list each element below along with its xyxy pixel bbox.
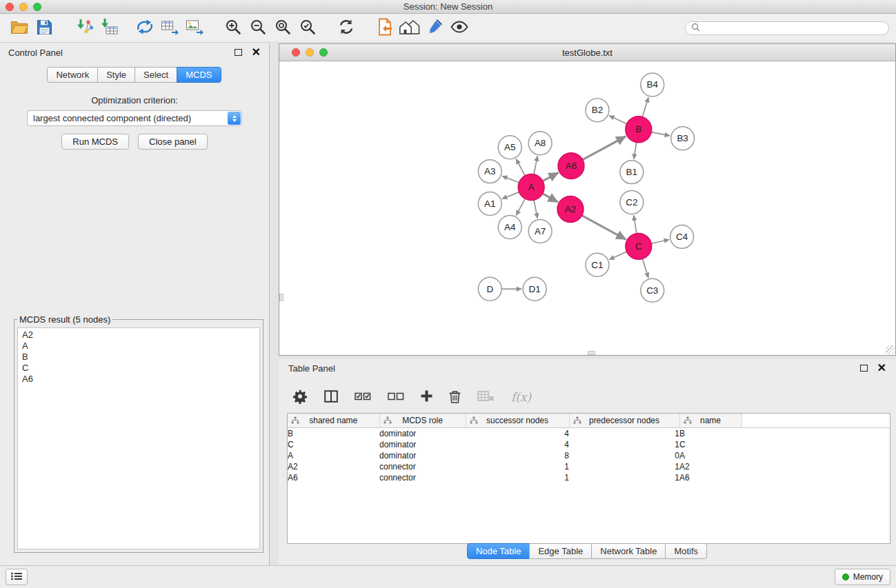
vertical-scroll-nub[interactable] [279, 294, 283, 301]
graph-edge-C-C2[interactable] [634, 215, 637, 233]
table-cell[interactable]: connector [379, 472, 466, 483]
table-cell[interactable]: B [679, 428, 741, 440]
result-item[interactable]: B [18, 352, 259, 363]
graph-edge-A-A6[interactable] [543, 173, 559, 181]
graph-node-B2[interactable]: B2 [586, 99, 609, 122]
tab-select[interactable]: Select [135, 67, 177, 83]
table-cell[interactable]: connector [379, 461, 466, 472]
show-columns-button[interactable] [324, 390, 338, 405]
zoom-fit-button[interactable] [270, 17, 295, 40]
graph-edge-A-A1[interactable] [502, 192, 519, 199]
minimize-window-icon[interactable] [306, 48, 314, 57]
column-header[interactable]: successor nodes [466, 414, 569, 428]
result-item[interactable]: A [18, 341, 259, 352]
search-field[interactable] [685, 21, 889, 35]
table-cell[interactable]: 1 [569, 472, 679, 483]
save-button[interactable] [32, 17, 57, 40]
table-cell[interactable]: 4 [466, 439, 569, 450]
float-panel-icon[interactable] [235, 49, 242, 56]
table-settings-button[interactable] [292, 389, 308, 406]
memory-button[interactable]: Memory [835, 569, 890, 585]
result-item[interactable]: A2 [18, 330, 259, 341]
delete-column-button[interactable] [449, 389, 461, 405]
tab-mcds[interactable]: MCDS [177, 67, 221, 83]
column-header[interactable]: predecessor nodes [569, 414, 679, 428]
tab-network-table[interactable]: Network Table [591, 543, 666, 559]
export-image-button[interactable] [182, 17, 207, 40]
table-cell[interactable]: 4 [466, 428, 569, 440]
close-panel-icon[interactable]: ✕ [252, 47, 261, 58]
import-network-button[interactable] [72, 17, 97, 40]
graph-node-B[interactable]: B [626, 116, 652, 143]
graph-node-C[interactable]: C [626, 233, 652, 259]
result-item[interactable]: C [18, 363, 259, 374]
table-cell[interactable]: dominator [379, 439, 466, 450]
graph-node-A6[interactable]: A6 [558, 153, 584, 179]
table-cell[interactable]: 1 [466, 461, 569, 472]
graph-edge-B-B3[interactable] [651, 132, 670, 136]
graph-edge-C-C4[interactable] [651, 239, 669, 243]
brush-button[interactable] [422, 17, 447, 40]
horizontal-scroll-nub[interactable] [588, 351, 595, 355]
table-cell[interactable]: A [679, 450, 741, 461]
graph-edge-C-C3[interactable] [642, 258, 648, 278]
graph-node-B3[interactable]: B3 [671, 127, 695, 150]
table-cell[interactable]: A2 [288, 461, 379, 472]
table-row[interactable]: Bdominator41B [288, 428, 890, 440]
graph-node-A4[interactable]: A4 [498, 215, 521, 239]
table-cell[interactable]: A2 [679, 461, 741, 472]
graph-edge-B-B4[interactable] [642, 97, 648, 117]
graph-node-C4[interactable]: C4 [670, 225, 694, 248]
close-window-icon[interactable] [292, 48, 300, 57]
close-panel-button[interactable]: Close panel [138, 134, 208, 150]
tab-edge-table[interactable]: Edge Table [529, 543, 592, 559]
graph-node-C3[interactable]: C3 [641, 278, 664, 302]
table-cell[interactable]: A6 [288, 472, 379, 483]
column-header[interactable]: name [679, 414, 741, 428]
deselect-all-button[interactable] [388, 391, 404, 404]
table-cell[interactable]: A6 [679, 472, 741, 483]
graph-edge-A-A3[interactable] [502, 176, 519, 182]
graph-edge-A-A5[interactable] [516, 159, 525, 175]
table-row[interactable]: A2connector11A2 [288, 461, 890, 472]
graph-node-A5[interactable]: A5 [498, 136, 521, 159]
import-table-button[interactable] [97, 17, 121, 40]
graph-node-A8[interactable]: A8 [528, 132, 552, 155]
table-row[interactable]: A6connector11A6 [288, 472, 890, 483]
graph-edge-A6-B[interactable] [583, 136, 626, 160]
graph-node-B4[interactable]: B4 [641, 73, 664, 97]
table-cell[interactable]: 0 [569, 450, 679, 461]
zoom-selected-button[interactable] [295, 17, 320, 40]
table-cell[interactable]: 1 [466, 472, 569, 483]
dropdown-stepper-icon[interactable] [228, 112, 241, 125]
result-item[interactable]: A6 [18, 374, 259, 385]
graph-node-C2[interactable]: C2 [620, 191, 644, 214]
table-cell[interactable]: A [288, 450, 379, 461]
network-canvas[interactable]: B4B2BB3A8A5A6B1A3AC2A1A2A4A7CC4C1C3DD1 [279, 61, 895, 355]
network-graph[interactable]: B4B2BB3A8A5A6B1A3AC2A1A2A4A7CC4C1C3DD1 [279, 61, 895, 355]
graph-node-A2[interactable]: A2 [557, 196, 584, 223]
document-export-button[interactable] [372, 17, 397, 40]
table-cell[interactable]: B [288, 428, 379, 440]
table-cell[interactable]: 1 [569, 439, 679, 450]
graph-node-C1[interactable]: C1 [586, 253, 609, 276]
zoom-out-button[interactable] [246, 17, 270, 40]
column-header[interactable]: MCDS role [379, 414, 466, 428]
export-table-button[interactable] [157, 17, 182, 40]
search-input[interactable] [704, 23, 883, 34]
run-mcds-button[interactable]: Run MCDS [61, 134, 129, 150]
criterion-dropdown[interactable]: largest connected component (directed) [27, 110, 242, 126]
export-network-button[interactable] [132, 17, 157, 40]
graph-node-A7[interactable]: A7 [528, 219, 552, 243]
table-row[interactable]: Cdominator41C [288, 439, 890, 450]
column-header[interactable]: shared name [288, 414, 379, 428]
graph-edge-A-A7[interactable] [534, 200, 537, 219]
graph-node-B1[interactable]: B1 [620, 161, 644, 184]
graph-node-A3[interactable]: A3 [478, 160, 501, 183]
add-column-button[interactable] [421, 390, 432, 404]
refresh-button[interactable] [334, 17, 359, 40]
graph-edge-C-C1[interactable] [609, 252, 626, 259]
table-cell[interactable]: C [679, 439, 741, 450]
maximize-window-icon[interactable] [319, 48, 328, 57]
zoom-in-button[interactable] [221, 17, 246, 40]
